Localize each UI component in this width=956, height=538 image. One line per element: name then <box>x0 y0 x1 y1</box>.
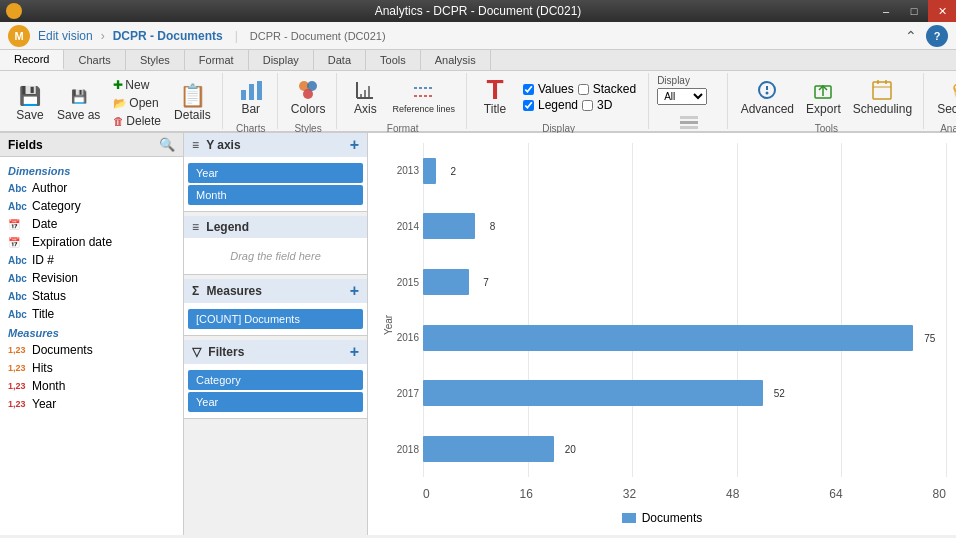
open-button[interactable]: 📂 Open <box>109 95 165 111</box>
chart-inner: Year 2013 <box>378 143 946 507</box>
tab-display[interactable]: Display <box>249 50 314 70</box>
bar-value-2013: 2 <box>451 165 457 176</box>
field-title[interactable]: Abc Title <box>0 305 183 323</box>
data-display-select[interactable]: All <box>657 88 707 105</box>
filters-add-button[interactable]: + <box>350 344 359 360</box>
y-axis-section: ≡ Y axis + Year Month <box>184 133 367 212</box>
y-axis-item-year[interactable]: Year <box>188 163 363 183</box>
export-icon <box>811 78 835 102</box>
stacked-checkbox[interactable] <box>578 84 589 95</box>
filters-item-year[interactable]: Year <box>188 392 363 412</box>
field-expiration-date[interactable]: 📅 Expiration date <box>0 233 183 251</box>
svg-rect-14 <box>680 121 698 124</box>
values-label: Values <box>538 82 574 96</box>
field-month[interactable]: 1,23 Month <box>0 377 183 395</box>
abc-icon: Abc <box>8 309 28 320</box>
tab-format[interactable]: Format <box>185 50 249 70</box>
new-button[interactable]: ✚ New <box>109 77 165 93</box>
details-button[interactable]: 📋 Details <box>169 81 216 125</box>
export-button[interactable]: Export <box>801 75 846 119</box>
field-revision[interactable]: Abc Revision <box>0 269 183 287</box>
abc-icon: Abc <box>8 291 28 302</box>
field-documents[interactable]: 1,23 Documents <box>0 341 183 359</box>
stacked-label: Stacked <box>593 82 636 96</box>
security-button[interactable]: Security <box>932 75 956 119</box>
filters-item-category[interactable]: Category <box>188 370 363 390</box>
svg-rect-21 <box>873 82 891 99</box>
svg-point-18 <box>766 92 769 95</box>
maximize-button[interactable]: □ <box>900 0 928 22</box>
advanced-button[interactable]: Advanced <box>736 75 799 119</box>
y-axis-add-button[interactable]: + <box>350 137 359 153</box>
tab-analysis[interactable]: Analysis <box>421 50 491 70</box>
num-icon: 1,23 <box>8 345 28 355</box>
bar-2017: 52 <box>423 380 763 406</box>
colors-button[interactable]: Colors <box>286 75 331 119</box>
axis-button[interactable]: Axis <box>345 75 385 119</box>
legend-label: Legend <box>538 98 578 112</box>
measures-item-count[interactable]: [COUNT] Documents <box>188 309 363 329</box>
bar-2013: 2 <box>423 158 436 184</box>
display-checkboxes: Values Stacked Legend 3D <box>517 78 642 116</box>
y-axis-item-month[interactable]: Month <box>188 185 363 205</box>
scheduling-button[interactable]: Scheduling <box>848 75 917 119</box>
values-checkbox[interactable] <box>523 84 534 95</box>
tab-data[interactable]: Data <box>314 50 366 70</box>
bar-row-2015: 2015 7 <box>423 262 946 302</box>
close-button[interactable]: ✕ <box>928 0 956 22</box>
help-button[interactable]: ? <box>926 25 948 47</box>
minimize-button[interactable]: – <box>872 0 900 22</box>
tab-styles[interactable]: Styles <box>126 50 185 70</box>
field-date[interactable]: 📅 Date <box>0 215 183 233</box>
main-layout: Fields 🔍 Dimensions Abc Author Abc Categ… <box>0 133 956 535</box>
x-tick-80: 80 <box>933 487 946 501</box>
legend-checkbox[interactable] <box>523 100 534 111</box>
field-year[interactable]: 1,23 Year <box>0 395 183 413</box>
tab-tools[interactable]: Tools <box>366 50 421 70</box>
x-tick-48: 48 <box>726 487 739 501</box>
x-tick-32: 32 <box>623 487 636 501</box>
save-as-button[interactable]: 💾 Save as <box>52 81 105 125</box>
field-category[interactable]: Abc Category <box>0 197 183 215</box>
field-status-label: Status <box>32 289 66 303</box>
search-icon[interactable]: 🔍 <box>159 137 175 152</box>
bar-row-2013: 2013 2 <box>423 151 946 191</box>
field-month-label: Month <box>32 379 65 393</box>
field-id[interactable]: Abc ID # <box>0 251 183 269</box>
ribbon-group-styles: Colors Styles <box>280 73 338 129</box>
advanced-icon <box>755 78 779 102</box>
collapse-button[interactable]: ⌃ <box>900 25 922 47</box>
date-icon: 📅 <box>8 237 28 248</box>
bar-label-2016: 2016 <box>383 332 419 343</box>
ribbon-group-format: Axis Reference lines Format <box>339 73 467 129</box>
field-author[interactable]: Abc Author <box>0 179 183 197</box>
title-display-button[interactable]: T Title <box>475 75 515 119</box>
delete-button[interactable]: 🗑 Delete <box>109 113 165 129</box>
num-icon: 1,23 <box>8 399 28 409</box>
save-button[interactable]: 💾 Save <box>10 81 50 125</box>
window-controls: – □ ✕ <box>872 0 956 22</box>
ref-lines-button[interactable]: Reference lines <box>387 77 460 117</box>
bar-value-2016: 75 <box>924 332 935 343</box>
field-date-label: Date <box>32 217 57 231</box>
measures-label: Measures <box>207 284 262 298</box>
bar-chart-button[interactable]: Bar <box>231 75 271 119</box>
tab-record[interactable]: Record <box>0 50 64 70</box>
title-display-icon: T <box>483 78 507 102</box>
field-hits[interactable]: 1,23 Hits <box>0 359 183 377</box>
app-logo: M <box>8 25 30 47</box>
field-status[interactable]: Abc Status <box>0 287 183 305</box>
legend-section: ≡ Legend Drag the field here <box>184 216 367 275</box>
project-name[interactable]: DCPR - Documents <box>113 29 223 43</box>
data-display-label: Display <box>657 75 690 86</box>
dimensions-section-title: Dimensions <box>0 161 183 179</box>
tab-charts[interactable]: Charts <box>64 50 125 70</box>
edit-vision-link[interactable]: Edit vision <box>38 29 93 43</box>
3d-checkbox[interactable] <box>582 100 593 111</box>
bar-chart-icon <box>239 78 263 102</box>
measures-add-button[interactable]: + <box>350 283 359 299</box>
ribbon-group-record: 💾 Save 💾 Save as ✚ New 📂 Open 🗑 Delete <box>4 73 223 129</box>
details-icon: 📋 <box>180 84 204 108</box>
field-title-label: Title <box>32 307 54 321</box>
legend-header: ≡ Legend <box>184 216 367 238</box>
